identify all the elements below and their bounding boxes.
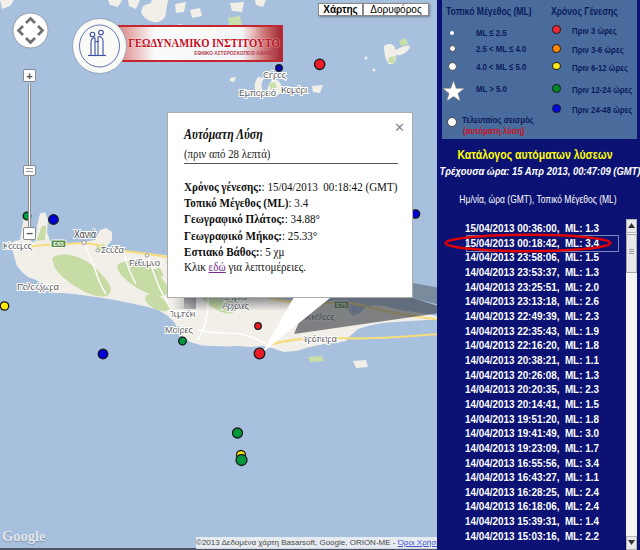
svg-text:Σούδα: Σούδα xyxy=(101,244,125,255)
svg-text:E65: E65 xyxy=(53,241,64,247)
svg-text:Εμπορειό: Εμπορειό xyxy=(239,87,276,98)
svg-text:Παλαιόχωρα: Παλαιόχωρα xyxy=(17,281,60,292)
svg-text:Μοίρες: Μοίρες xyxy=(165,324,193,335)
svg-text:Θήρας: Θήρας xyxy=(263,69,286,80)
svg-text:Καμάρι: Καμάρι xyxy=(281,84,307,95)
svg-text:Ιεράπετρα: Ιεράπετρα xyxy=(303,333,338,344)
svg-text:Κίσσαμος: Κίσσαμος xyxy=(3,240,32,251)
svg-text:Ρέθυμνο: Ρέθυμνο xyxy=(129,257,160,268)
svg-text:Χανιά: Χανιά xyxy=(74,228,96,240)
